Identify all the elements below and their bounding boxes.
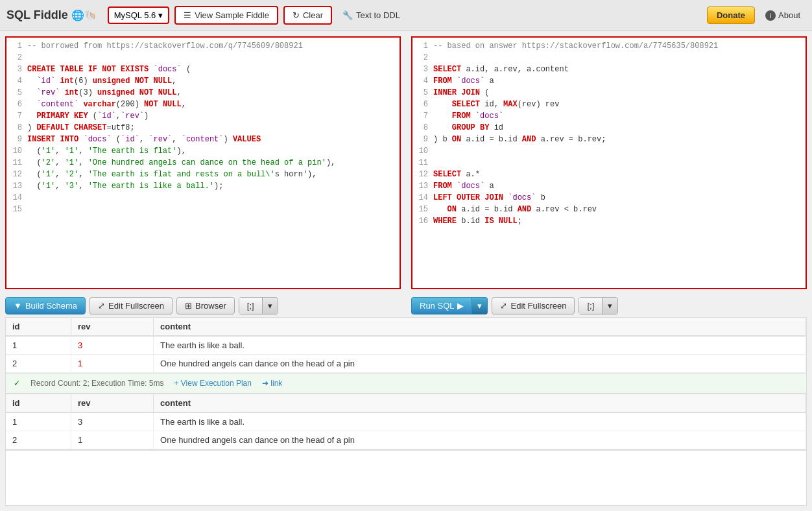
line-number: 10 [415,145,433,157]
line-number: 8 [415,122,433,134]
cell-id: 2 [6,431,71,449]
line-number: 5 [9,87,27,99]
column-header: rev [71,318,153,336]
column-header: content [154,394,806,412]
code-line: 10 [412,145,806,157]
line-text: SELECT id, MAX(rev) rev [433,99,559,110]
line-text: ('1', '3', 'The earth is like a ball.'); [27,180,223,192]
code-line: 6 SELECT id, MAX(rev) rev [412,99,806,110]
build-schema-label: Build Schema [25,301,77,311]
donate-button[interactable]: Donate [707,6,755,24]
code-line: 7 FROM `docs` [412,110,806,122]
line-text: PRIMARY KEY (`id`,`rev`) [27,110,149,122]
text-to-ddl-button[interactable]: 🔧 Text to DDL [337,7,405,23]
view-sample-fiddle-button[interactable]: ☰ View Sample Fiddle [174,6,278,25]
result-link[interactable]: ➜ link [262,379,282,388]
code-line: 4 `id` int(6) unsigned NOT NULL, [6,75,400,87]
cell-rev: 1 [71,355,153,373]
browser-button[interactable]: ⊞ Browser [176,297,235,315]
line-text: GROUP BY id [433,122,503,134]
sample-label: View Sample Fiddle [195,10,269,20]
column-header: rev [71,394,153,412]
line-number: 3 [415,64,433,75]
line-number: 5 [415,87,433,99]
line-text: ('1', '1', 'The earth is flat'), [27,145,186,157]
cell-rev: 3 [71,412,153,431]
line-number: 11 [9,157,27,169]
line-number: 13 [415,180,433,192]
cell-content: The earth is like a ball. [154,336,806,355]
semicolon-left-split[interactable]: [;] ▾ [239,297,278,315]
line-number: 7 [415,110,433,122]
line-number: 9 [415,134,433,145]
chevron-down-icon: ▾ [158,10,163,20]
semicolon-right-arrow[interactable]: ▾ [602,297,618,315]
table-row: 21One hundred angels can dance on the he… [6,355,806,373]
line-number: 7 [9,110,27,122]
main-content: 1-- borrowed from https://stackoverflow.… [0,31,812,511]
line-number: 10 [9,145,27,157]
line-text: LEFT OUTER JOIN `docs` b [433,192,545,204]
play-icon: ▶ [457,301,464,311]
code-line: 14 [6,192,400,204]
clear-button[interactable]: ↻ Clear [283,6,332,25]
app-logo: SQL Fiddle 🌐🐚 [6,8,97,22]
table-row: 13The earth is like a ball. [6,336,806,355]
line-number: 12 [415,169,433,180]
line-text: SELECT a.id, a.rev, a.content [433,64,569,75]
code-line: 11 [412,157,806,169]
cell-rev: 1 [71,431,153,449]
cell-rev: 3 [71,336,153,355]
code-line: 16WHERE b.id IS NULL; [412,215,806,227]
line-number: 8 [9,122,27,134]
view-execution-plan-link[interactable]: + View Execution Plan [174,379,252,388]
build-icon: ▼ [14,301,22,311]
build-schema-button[interactable]: ▼ Build Schema [5,297,86,315]
line-number: 2 [9,52,27,64]
right-code-area[interactable]: 1-- based on answer https://stackoverflo… [412,38,806,230]
left-toolbar: ▼ Build Schema ⤢ Edit Fullscreen ⊞ Brows… [0,294,406,317]
db-selector[interactable]: MySQL 5.6 ▾ [108,6,170,24]
line-number: 11 [415,157,433,169]
code-line: 9INSERT INTO `docs` (`id`, `rev`, `conte… [6,134,400,145]
code-line: 15 [6,204,400,215]
semicolon-left-btn[interactable]: [;] [239,297,262,315]
code-line: 8) DEFAULT CHARSET=utf8; [6,122,400,134]
about-button[interactable]: i About [760,7,806,24]
edit-fullscreen-right-button[interactable]: ⤢ Edit Fullscreen [492,297,575,315]
semicolon-right-btn[interactable]: [;] [579,297,602,315]
run-sql-arrow[interactable]: ▾ [472,297,488,315]
left-code-area[interactable]: 1-- borrowed from https://stackoverflow.… [6,38,400,218]
edit-fullscreen-left-label: Edit Fullscreen [108,301,164,311]
code-line: 2 [412,52,806,64]
browser-icon: ⊞ [185,301,192,311]
line-text: WHERE b.id IS NULL; [433,215,522,227]
result-footer: ✓ Record Count: 2; Execution Time: 5ms+ … [6,373,806,393]
logo-icon: 🌐🐚 [71,10,97,21]
line-text: -- based on answer https://stackoverflow… [433,40,718,52]
cell-content: One hundred angels can dance on the head… [154,355,806,373]
info-icon: i [765,10,776,21]
semicolon-right-split[interactable]: [;] ▾ [579,297,618,315]
right-toolbar: Run SQL ▶ ▾ ⤢ Edit Fullscreen [;] ▾ [406,294,812,317]
line-text: CREATE TABLE IF NOT EXISTS `docs` ( [27,64,191,75]
line-number: 12 [9,169,27,180]
editors-row: 1-- borrowed from https://stackoverflow.… [0,31,812,317]
left-editor-panel[interactable]: 1-- borrowed from https://stackoverflow.… [5,36,401,289]
run-sql-split[interactable]: Run SQL ▶ ▾ [411,297,488,315]
right-editor-panel[interactable]: 1-- based on answer https://stackoverflo… [411,36,807,289]
code-line: 14LEFT OUTER JOIN `docs` b [412,192,806,204]
edit-fullscreen-left-button[interactable]: ⤢ Edit Fullscreen [90,297,173,315]
line-text: FROM `docs` a [433,75,494,87]
code-line: 1-- borrowed from https://stackoverflow.… [6,40,400,52]
semicolon-left-arrow[interactable]: ▾ [262,297,278,315]
line-text: ('2', '1', 'One hundred angels can dance… [27,157,335,169]
header: SQL Fiddle 🌐🐚 MySQL 5.6 ▾ ☰ View Sample … [0,0,812,31]
run-sql-button[interactable]: Run SQL ▶ [411,297,472,315]
code-line: 13FROM `docs` a [412,180,806,192]
line-number: 14 [9,192,27,204]
line-text: INNER JOIN ( [433,87,489,99]
donate-label: Donate [717,10,745,20]
expand-right-icon: ⤢ [500,301,507,311]
line-number: 6 [415,99,433,110]
